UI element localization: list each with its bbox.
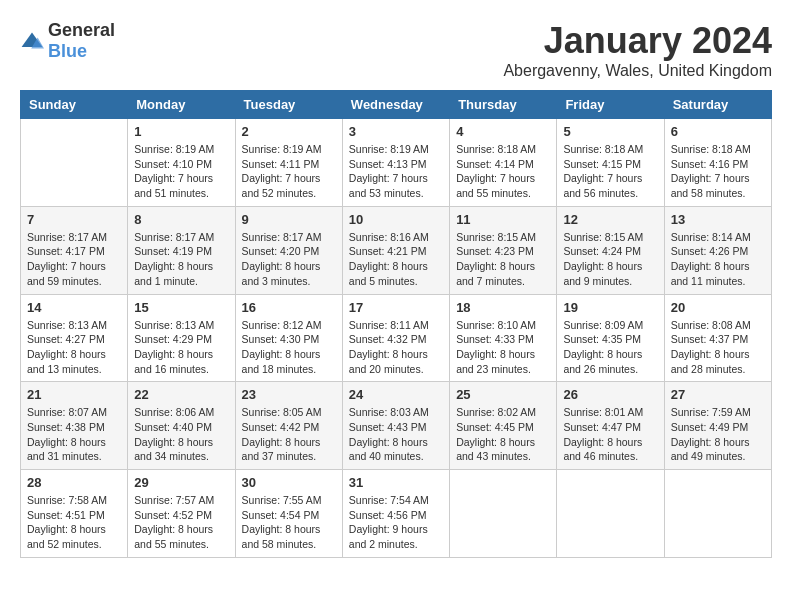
day-info: Sunrise: 8:10 AM Sunset: 4:33 PM Dayligh… [456, 318, 550, 377]
day-number: 15 [134, 300, 228, 315]
calendar-table: SundayMondayTuesdayWednesdayThursdayFrid… [20, 90, 772, 558]
calendar-cell: 1Sunrise: 8:19 AM Sunset: 4:10 PM Daylig… [128, 119, 235, 207]
calendar-week-4: 21Sunrise: 8:07 AM Sunset: 4:38 PM Dayli… [21, 382, 772, 470]
day-info: Sunrise: 8:19 AM Sunset: 4:13 PM Dayligh… [349, 142, 443, 201]
calendar-cell: 28Sunrise: 7:58 AM Sunset: 4:51 PM Dayli… [21, 470, 128, 558]
day-info: Sunrise: 8:18 AM Sunset: 4:14 PM Dayligh… [456, 142, 550, 201]
day-number: 26 [563, 387, 657, 402]
day-number: 27 [671, 387, 765, 402]
calendar-week-1: 1Sunrise: 8:19 AM Sunset: 4:10 PM Daylig… [21, 119, 772, 207]
day-info: Sunrise: 8:15 AM Sunset: 4:23 PM Dayligh… [456, 230, 550, 289]
calendar-cell: 7Sunrise: 8:17 AM Sunset: 4:17 PM Daylig… [21, 206, 128, 294]
day-info: Sunrise: 8:02 AM Sunset: 4:45 PM Dayligh… [456, 405, 550, 464]
calendar-cell: 24Sunrise: 8:03 AM Sunset: 4:43 PM Dayli… [342, 382, 449, 470]
day-number: 9 [242, 212, 336, 227]
calendar-header: SundayMondayTuesdayWednesdayThursdayFrid… [21, 91, 772, 119]
column-header-tuesday: Tuesday [235, 91, 342, 119]
day-number: 5 [563, 124, 657, 139]
calendar-cell [664, 470, 771, 558]
page-header: General Blue January 2024 Abergavenny, W… [20, 20, 772, 80]
day-info: Sunrise: 7:59 AM Sunset: 4:49 PM Dayligh… [671, 405, 765, 464]
day-number: 31 [349, 475, 443, 490]
header-row: SundayMondayTuesdayWednesdayThursdayFrid… [21, 91, 772, 119]
calendar-cell: 17Sunrise: 8:11 AM Sunset: 4:32 PM Dayli… [342, 294, 449, 382]
calendar-cell: 22Sunrise: 8:06 AM Sunset: 4:40 PM Dayli… [128, 382, 235, 470]
calendar-cell: 13Sunrise: 8:14 AM Sunset: 4:26 PM Dayli… [664, 206, 771, 294]
calendar-week-5: 28Sunrise: 7:58 AM Sunset: 4:51 PM Dayli… [21, 470, 772, 558]
calendar-cell: 26Sunrise: 8:01 AM Sunset: 4:47 PM Dayli… [557, 382, 664, 470]
calendar-cell: 30Sunrise: 7:55 AM Sunset: 4:54 PM Dayli… [235, 470, 342, 558]
calendar-cell: 9Sunrise: 8:17 AM Sunset: 4:20 PM Daylig… [235, 206, 342, 294]
day-info: Sunrise: 8:14 AM Sunset: 4:26 PM Dayligh… [671, 230, 765, 289]
column-header-sunday: Sunday [21, 91, 128, 119]
day-number: 1 [134, 124, 228, 139]
day-info: Sunrise: 7:54 AM Sunset: 4:56 PM Dayligh… [349, 493, 443, 552]
day-number: 19 [563, 300, 657, 315]
day-info: Sunrise: 8:18 AM Sunset: 4:16 PM Dayligh… [671, 142, 765, 201]
day-info: Sunrise: 8:11 AM Sunset: 4:32 PM Dayligh… [349, 318, 443, 377]
calendar-cell: 8Sunrise: 8:17 AM Sunset: 4:19 PM Daylig… [128, 206, 235, 294]
day-info: Sunrise: 7:57 AM Sunset: 4:52 PM Dayligh… [134, 493, 228, 552]
day-info: Sunrise: 8:19 AM Sunset: 4:10 PM Dayligh… [134, 142, 228, 201]
day-number: 8 [134, 212, 228, 227]
day-number: 25 [456, 387, 550, 402]
logo-blue-text: Blue [48, 41, 87, 61]
calendar-cell: 11Sunrise: 8:15 AM Sunset: 4:23 PM Dayli… [450, 206, 557, 294]
day-number: 7 [27, 212, 121, 227]
day-number: 17 [349, 300, 443, 315]
title-area: January 2024 Abergavenny, Wales, United … [503, 20, 772, 80]
calendar-cell [450, 470, 557, 558]
calendar-cell: 18Sunrise: 8:10 AM Sunset: 4:33 PM Dayli… [450, 294, 557, 382]
day-info: Sunrise: 8:07 AM Sunset: 4:38 PM Dayligh… [27, 405, 121, 464]
day-info: Sunrise: 8:13 AM Sunset: 4:29 PM Dayligh… [134, 318, 228, 377]
calendar-cell: 31Sunrise: 7:54 AM Sunset: 4:56 PM Dayli… [342, 470, 449, 558]
day-number: 18 [456, 300, 550, 315]
calendar-cell: 12Sunrise: 8:15 AM Sunset: 4:24 PM Dayli… [557, 206, 664, 294]
calendar-cell: 23Sunrise: 8:05 AM Sunset: 4:42 PM Dayli… [235, 382, 342, 470]
day-number: 20 [671, 300, 765, 315]
day-info: Sunrise: 8:16 AM Sunset: 4:21 PM Dayligh… [349, 230, 443, 289]
day-info: Sunrise: 8:08 AM Sunset: 4:37 PM Dayligh… [671, 318, 765, 377]
calendar-cell: 5Sunrise: 8:18 AM Sunset: 4:15 PM Daylig… [557, 119, 664, 207]
day-info: Sunrise: 8:19 AM Sunset: 4:11 PM Dayligh… [242, 142, 336, 201]
day-number: 24 [349, 387, 443, 402]
column-header-thursday: Thursday [450, 91, 557, 119]
calendar-week-3: 14Sunrise: 8:13 AM Sunset: 4:27 PM Dayli… [21, 294, 772, 382]
location: Abergavenny, Wales, United Kingdom [503, 62, 772, 80]
logo: General Blue [20, 20, 115, 62]
day-info: Sunrise: 8:03 AM Sunset: 4:43 PM Dayligh… [349, 405, 443, 464]
day-number: 28 [27, 475, 121, 490]
day-info: Sunrise: 8:17 AM Sunset: 4:19 PM Dayligh… [134, 230, 228, 289]
day-number: 4 [456, 124, 550, 139]
day-info: Sunrise: 8:13 AM Sunset: 4:27 PM Dayligh… [27, 318, 121, 377]
day-info: Sunrise: 8:17 AM Sunset: 4:20 PM Dayligh… [242, 230, 336, 289]
column-header-friday: Friday [557, 91, 664, 119]
column-header-monday: Monday [128, 91, 235, 119]
calendar-cell: 20Sunrise: 8:08 AM Sunset: 4:37 PM Dayli… [664, 294, 771, 382]
day-number: 30 [242, 475, 336, 490]
calendar-cell: 10Sunrise: 8:16 AM Sunset: 4:21 PM Dayli… [342, 206, 449, 294]
calendar-cell: 14Sunrise: 8:13 AM Sunset: 4:27 PM Dayli… [21, 294, 128, 382]
day-number: 2 [242, 124, 336, 139]
day-number: 3 [349, 124, 443, 139]
day-number: 6 [671, 124, 765, 139]
logo-general-text: General [48, 20, 115, 40]
calendar-cell: 15Sunrise: 8:13 AM Sunset: 4:29 PM Dayli… [128, 294, 235, 382]
month-title: January 2024 [503, 20, 772, 62]
day-number: 13 [671, 212, 765, 227]
calendar-cell [21, 119, 128, 207]
calendar-cell: 3Sunrise: 8:19 AM Sunset: 4:13 PM Daylig… [342, 119, 449, 207]
day-number: 22 [134, 387, 228, 402]
calendar-week-2: 7Sunrise: 8:17 AM Sunset: 4:17 PM Daylig… [21, 206, 772, 294]
day-number: 12 [563, 212, 657, 227]
day-info: Sunrise: 8:15 AM Sunset: 4:24 PM Dayligh… [563, 230, 657, 289]
calendar-cell: 21Sunrise: 8:07 AM Sunset: 4:38 PM Dayli… [21, 382, 128, 470]
day-number: 14 [27, 300, 121, 315]
day-number: 23 [242, 387, 336, 402]
calendar-cell: 6Sunrise: 8:18 AM Sunset: 4:16 PM Daylig… [664, 119, 771, 207]
logo-icon [20, 31, 44, 51]
calendar-cell: 29Sunrise: 7:57 AM Sunset: 4:52 PM Dayli… [128, 470, 235, 558]
calendar-cell: 2Sunrise: 8:19 AM Sunset: 4:11 PM Daylig… [235, 119, 342, 207]
day-number: 11 [456, 212, 550, 227]
day-number: 29 [134, 475, 228, 490]
